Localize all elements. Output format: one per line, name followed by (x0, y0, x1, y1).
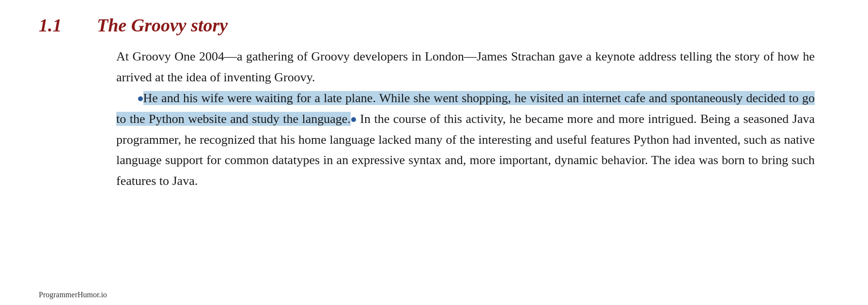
paragraph-intro: At Groovy One 2004—a gathering of Groovy… (116, 49, 815, 84)
footer-label: ProgrammerHumor.io (39, 290, 107, 299)
section-number: 1.1 (39, 15, 78, 36)
selection-dot-end (351, 117, 356, 122)
selection-dot-start (138, 96, 143, 101)
content-area: At Groovy One 2004—a gathering of Groovy… (39, 46, 829, 192)
section-title: The Groovy story (97, 15, 228, 36)
main-paragraph: At Groovy One 2004—a gathering of Groovy… (116, 46, 815, 192)
footer: ProgrammerHumor.io (39, 290, 107, 299)
section-header: 1.1 The Groovy story (39, 15, 829, 36)
page-container: 1.1 The Groovy story At Groovy One 2004—… (0, 0, 868, 305)
